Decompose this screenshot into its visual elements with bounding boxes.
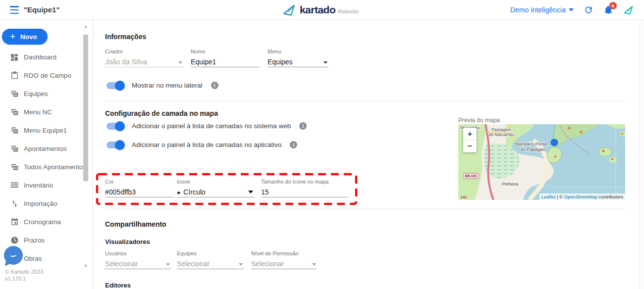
camadas-app-toggle[interactable] bbox=[107, 142, 123, 148]
icone-select[interactable]: Ícone ●Círculo bbox=[177, 179, 254, 197]
map-preview[interactable]: Maciambu eno Passagem do Maciambu Balneá… bbox=[458, 124, 625, 200]
section-compartilhamento-title: Compartilhamento bbox=[105, 220, 166, 228]
nome-label: Nome bbox=[191, 48, 260, 55]
logo-wordmark: kartado bbox=[300, 4, 335, 16]
sidebar-item-label: RDO de Campo bbox=[24, 72, 71, 79]
copyright: © Kartado 2023 v1.170.1 bbox=[5, 268, 43, 282]
toggle-label: Mostrar no menu lateral bbox=[132, 82, 203, 89]
sidebar-item-rdo-de-campo[interactable]: RDO de Campo bbox=[0, 66, 83, 85]
menu-select[interactable]: Menu Equipes bbox=[268, 48, 328, 67]
sidebar-items: Dashboard RDO de Campo Equipes Menu NC bbox=[0, 48, 83, 268]
sidebar-item-menu-equipe1[interactable]: Menu Equipe1 bbox=[0, 121, 83, 140]
refresh-button[interactable] bbox=[584, 5, 593, 15]
cor-input[interactable]: Cor #005dffb3 bbox=[105, 179, 175, 197]
send-button[interactable] bbox=[623, 5, 633, 15]
equipes-select[interactable]: Equipes Selecionar bbox=[177, 250, 244, 269]
topbar-actions: Demo Inteligência 6 bbox=[510, 0, 633, 20]
chat-widget-button[interactable] bbox=[4, 246, 23, 265]
cor-label: Cor bbox=[105, 179, 175, 185]
sidebar-item-label: Prazos bbox=[24, 237, 45, 244]
sidebar-item-label: Todos Apontamentos bbox=[24, 163, 86, 171]
notifications-button[interactable]: 6 bbox=[603, 5, 613, 15]
chevron-down-icon bbox=[166, 263, 170, 266]
sidebar-item-dashboard[interactable]: Dashboard bbox=[0, 48, 83, 66]
scrollbar-thumb[interactable] bbox=[83, 35, 88, 181]
section-camada-title: Configuração de camada no mapa bbox=[105, 109, 218, 117]
sidebar-scrollbar[interactable]: ▲ ▼ bbox=[83, 24, 89, 285]
info-icon[interactable]: i bbox=[211, 82, 218, 89]
usuarios-label: Usuários bbox=[105, 250, 171, 257]
sidebar-item-apontamentos[interactable]: Apontamentos bbox=[0, 140, 83, 158]
account-name: Demo Inteligência bbox=[510, 6, 566, 14]
copyright-text: © Kartado 2023 bbox=[5, 268, 43, 275]
new-button[interactable]: + Novo bbox=[2, 29, 48, 45]
map-zoom-control: + − bbox=[463, 128, 477, 152]
scroll-up-icon[interactable]: ▲ bbox=[83, 24, 89, 30]
sidebar-item-label: Obras bbox=[24, 255, 42, 262]
clock-icon bbox=[10, 236, 19, 245]
circle-marker-icon: ● bbox=[177, 189, 180, 196]
content-scrollbar[interactable] bbox=[640, 20, 644, 289]
usuarios-select[interactable]: Usuários Selecionar bbox=[105, 250, 171, 269]
notification-badge: 6 bbox=[609, 2, 617, 9]
page-title: "Equipe1" bbox=[24, 0, 60, 20]
kartado-logo: kartado Rodovias bbox=[282, 0, 359, 20]
chevron-down-icon bbox=[248, 191, 253, 193]
new-button-label: Novo bbox=[20, 33, 37, 41]
route-ref-label: 242 bbox=[461, 195, 467, 199]
map-label-balneario2: do Papagaio bbox=[521, 147, 546, 152]
zoom-out-button[interactable]: − bbox=[463, 140, 477, 152]
toggle-web-row: Adicionar o painel à lista de camadas no… bbox=[105, 122, 307, 130]
account-menu[interactable]: Demo Inteligência bbox=[510, 6, 574, 14]
sidebar-item-importacao[interactable]: Importação bbox=[0, 194, 83, 213]
map-label-balneario: Balneário Ponta bbox=[515, 142, 547, 146]
sidebar-item-label: Equipes bbox=[24, 90, 48, 97]
toggle-label: Adicionar o painel à lista de camadas no… bbox=[132, 141, 281, 148]
tamanho-label: Tamanho do ícone no mapa bbox=[261, 179, 348, 185]
paper-plane-logo-icon bbox=[282, 3, 296, 17]
criador-value: João da SIlva bbox=[105, 58, 147, 66]
chevron-down-icon bbox=[323, 61, 327, 64]
logo-suffix: Rodovias bbox=[338, 9, 359, 14]
calendar-icon bbox=[10, 218, 19, 227]
camadas-web-toggle[interactable] bbox=[107, 123, 123, 130]
map-canvas[interactable]: Maciambu eno Passagem do Maciambu Balneá… bbox=[458, 124, 625, 200]
smile-icon bbox=[9, 252, 18, 257]
menu-lateral-toggle[interactable] bbox=[107, 82, 123, 89]
refresh-icon bbox=[584, 5, 593, 15]
sidebar-item-label: Importação bbox=[24, 200, 57, 207]
toggle-app-row: Adicionar o painel à lista de camadas no… bbox=[105, 141, 297, 148]
criador-select[interactable]: Criador João da SIlva bbox=[105, 48, 183, 67]
tamanho-value: 15 bbox=[261, 188, 269, 196]
tamanho-input[interactable]: Tamanho do ícone no mapa 15 bbox=[261, 179, 348, 197]
attribution-suffix: contributors bbox=[597, 194, 623, 199]
zoom-in-button[interactable]: + bbox=[463, 128, 477, 140]
scroll-down-icon[interactable]: ▼ bbox=[83, 263, 89, 269]
map-preview-title: Prévia do mapa bbox=[458, 117, 500, 124]
sidebar-item-cronograma[interactable]: Cronograma bbox=[0, 213, 83, 231]
usuarios-placeholder: Selecionar bbox=[105, 260, 138, 268]
map-marker[interactable] bbox=[551, 139, 558, 146]
chevron-down-icon bbox=[178, 61, 182, 64]
leaflet-link[interactable]: Leaflet bbox=[541, 194, 556, 199]
app-root: "Equipe1" kartado Rodovias Demo Inteligê… bbox=[0, 0, 644, 289]
info-icon[interactable]: i bbox=[290, 141, 297, 148]
nivel-permissao-select[interactable]: Nível de Permissão Selecionar bbox=[251, 250, 317, 269]
map-label-passagem: Passagem bbox=[491, 127, 511, 132]
sidebar: + Novo Dashboard RDO de Campo Equipes bbox=[0, 20, 93, 289]
sidebar-item-equipes[interactable]: Equipes bbox=[0, 85, 83, 103]
nome-value: Equipe1 bbox=[191, 58, 216, 66]
info-icon[interactable]: i bbox=[299, 122, 307, 130]
osm-link[interactable]: OpenStreetMap bbox=[564, 194, 597, 199]
sidebar-item-menu-nc[interactable]: Menu NC bbox=[0, 103, 83, 121]
nome-input[interactable]: Nome Equipe1 bbox=[191, 48, 260, 67]
sidebar-item-todos-apontamentos[interactable]: Todos Apontamentos bbox=[0, 158, 83, 176]
menu-hamburger-icon[interactable] bbox=[10, 6, 19, 14]
equipes-label: Equipes bbox=[177, 250, 244, 257]
menu-label: Menu bbox=[268, 48, 328, 55]
feed-icon bbox=[10, 108, 19, 117]
sidebar-item-inventario[interactable]: Inventário bbox=[0, 176, 83, 194]
toggle-menu-lateral-row: Mostrar no menu lateral i bbox=[105, 82, 218, 89]
section-informacoes-title: Informações bbox=[105, 33, 146, 41]
attribution-separator: | © bbox=[555, 194, 564, 199]
